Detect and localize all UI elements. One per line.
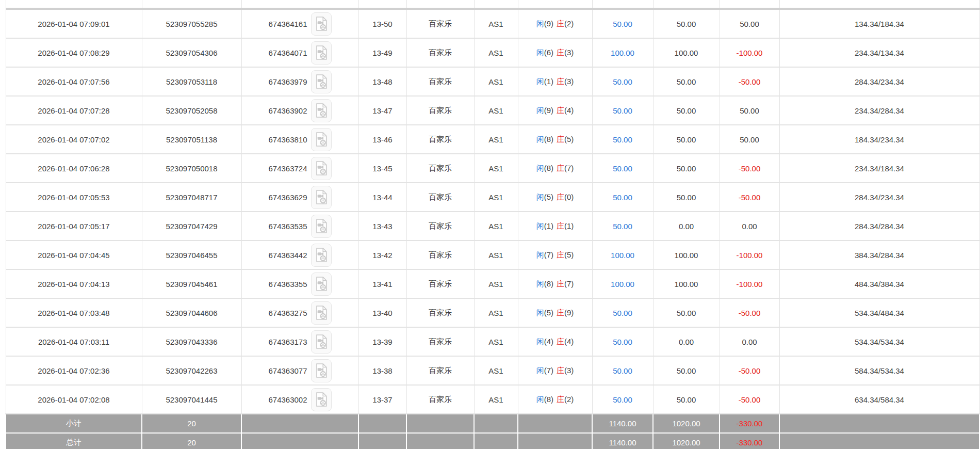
header-row-clipped bbox=[6, 0, 979, 9]
player-score: (9) bbox=[544, 106, 553, 115]
table-row: 2026-01-04 07:05:17 523097047429 6743635… bbox=[6, 212, 979, 240]
video-replay-button[interactable] bbox=[311, 359, 332, 382]
video-file-icon bbox=[315, 247, 328, 263]
order-id-cell: 523097044606 bbox=[142, 298, 241, 327]
table-row: 2026-01-04 07:09:01 523097055285 6743641… bbox=[6, 9, 979, 38]
valid-amount-cell: 50.00 bbox=[653, 96, 720, 125]
banker-label: 庄 bbox=[557, 366, 564, 375]
banker-label: 庄 bbox=[557, 77, 564, 86]
banker-score: (9) bbox=[564, 308, 574, 317]
round-cell: 13-46 bbox=[358, 125, 406, 154]
game-type-cell: 百家乐 bbox=[406, 9, 474, 38]
table-code-cell: AS1 bbox=[474, 385, 518, 414]
video-replay-button[interactable] bbox=[311, 99, 332, 122]
valid-amount-cell: 0.00 bbox=[653, 212, 720, 240]
result-cell: 闲(5)庄(9) bbox=[518, 298, 592, 327]
banker-score: (1) bbox=[564, 221, 574, 230]
bet-time-cell: 2026-01-04 07:08:29 bbox=[6, 38, 142, 67]
video-replay-button[interactable] bbox=[311, 301, 332, 325]
bet-amount-cell: 50.00 bbox=[592, 183, 653, 212]
player-label: 闲 bbox=[536, 337, 544, 346]
player-score: (1) bbox=[544, 221, 553, 230]
result-cell: 闲(7)庄(3) bbox=[518, 356, 592, 385]
game-type-cell: 百家乐 bbox=[406, 38, 474, 67]
valid-amount-cell: 50.00 bbox=[653, 125, 720, 154]
summary-count-cell: 20 bbox=[142, 433, 241, 449]
video-file-icon bbox=[315, 161, 328, 176]
table-code-cell: AS1 bbox=[474, 298, 518, 327]
game-id-text: 674364071 bbox=[268, 49, 307, 57]
game-id-cell: 674363810 bbox=[241, 125, 358, 154]
game-id-text: 674363979 bbox=[268, 77, 307, 86]
round-cell: 13-50 bbox=[358, 9, 406, 38]
table-code-cell: AS1 bbox=[474, 183, 518, 212]
order-id-cell: 523097045461 bbox=[142, 269, 241, 298]
video-replay-button[interactable] bbox=[311, 215, 332, 238]
player-label: 闲 bbox=[536, 19, 544, 28]
balance-cell: 234.34/134.34 bbox=[779, 38, 979, 67]
bet-amount-cell: 50.00 bbox=[592, 356, 653, 385]
round-cell: 13-38 bbox=[358, 356, 406, 385]
round-cell: 13-47 bbox=[358, 96, 406, 125]
valid-amount-cell: 100.00 bbox=[653, 38, 720, 67]
video-file-icon bbox=[315, 103, 328, 118]
video-replay-button[interactable] bbox=[311, 157, 332, 180]
bet-time-cell: 2026-01-04 07:03:11 bbox=[6, 327, 142, 356]
round-cell: 13-48 bbox=[358, 67, 406, 96]
result-cell: 闲(9)庄(4) bbox=[518, 96, 592, 125]
player-label: 闲 bbox=[536, 106, 544, 115]
banker-score: (4) bbox=[564, 106, 574, 115]
balance-cell: 484.34/384.34 bbox=[779, 269, 979, 298]
result-cell: 闲(4)庄(4) bbox=[518, 327, 592, 356]
result-cell: 闲(8)庄(7) bbox=[518, 154, 592, 183]
video-replay-button[interactable] bbox=[311, 272, 332, 296]
video-replay-button[interactable] bbox=[311, 186, 332, 209]
game-type-cell: 百家乐 bbox=[406, 67, 474, 96]
video-file-icon bbox=[315, 363, 328, 378]
video-replay-button[interactable] bbox=[311, 388, 332, 411]
game-id-cell: 674363724 bbox=[241, 154, 358, 183]
game-id-cell: 674363355 bbox=[241, 269, 358, 298]
order-id-cell: 523097053118 bbox=[142, 67, 241, 96]
video-replay-button[interactable] bbox=[311, 12, 332, 36]
player-score: (7) bbox=[544, 250, 553, 259]
valid-amount-cell: 100.00 bbox=[653, 240, 720, 269]
video-file-icon bbox=[315, 276, 328, 292]
balance-cell: 634.34/584.34 bbox=[779, 385, 979, 414]
winloss-cell: -100.00 bbox=[720, 240, 779, 269]
video-file-icon bbox=[315, 16, 328, 31]
video-replay-button[interactable] bbox=[311, 41, 332, 65]
video-file-icon bbox=[315, 45, 328, 60]
game-id-text: 674364161 bbox=[268, 20, 307, 28]
table-code-cell: AS1 bbox=[474, 212, 518, 240]
result-cell: 闲(8)庄(2) bbox=[518, 385, 592, 414]
order-id-cell: 523097055285 bbox=[142, 9, 241, 38]
summary-row: 总计 20 1140.00 1020.00 -330.00 bbox=[6, 433, 979, 449]
result-cell: 闲(7)庄(5) bbox=[518, 240, 592, 269]
player-score: (7) bbox=[544, 366, 553, 375]
video-replay-button[interactable] bbox=[311, 70, 332, 93]
player-label: 闲 bbox=[536, 164, 544, 172]
winloss-cell: 0.00 bbox=[720, 212, 779, 240]
table-code-cell: AS1 bbox=[474, 327, 518, 356]
video-replay-button[interactable] bbox=[311, 244, 332, 267]
game-type-cell: 百家乐 bbox=[406, 327, 474, 356]
video-replay-button[interactable] bbox=[311, 330, 332, 354]
table-row: 2026-01-04 07:02:36 523097042263 6743630… bbox=[6, 356, 979, 385]
balance-cell: 184.34/234.34 bbox=[779, 125, 979, 154]
summary-valid-cell: 1020.00 bbox=[653, 433, 720, 449]
banker-label: 庄 bbox=[557, 279, 564, 288]
player-score: (5) bbox=[544, 308, 553, 317]
winloss-cell: 0.00 bbox=[720, 327, 779, 356]
game-type-cell: 百家乐 bbox=[406, 298, 474, 327]
banker-score: (5) bbox=[564, 250, 574, 259]
summary-valid-cell: 1020.00 bbox=[653, 414, 720, 433]
bet-time-cell: 2026-01-04 07:09:01 bbox=[6, 9, 142, 38]
order-id-cell: 523097048717 bbox=[142, 183, 241, 212]
video-replay-button[interactable] bbox=[311, 128, 332, 151]
player-score: (8) bbox=[544, 395, 553, 404]
valid-amount-cell: 50.00 bbox=[653, 67, 720, 96]
table-code-cell: AS1 bbox=[474, 240, 518, 269]
bet-time-cell: 2026-01-04 07:04:13 bbox=[6, 269, 142, 298]
result-cell: 闲(1)庄(3) bbox=[518, 67, 592, 96]
